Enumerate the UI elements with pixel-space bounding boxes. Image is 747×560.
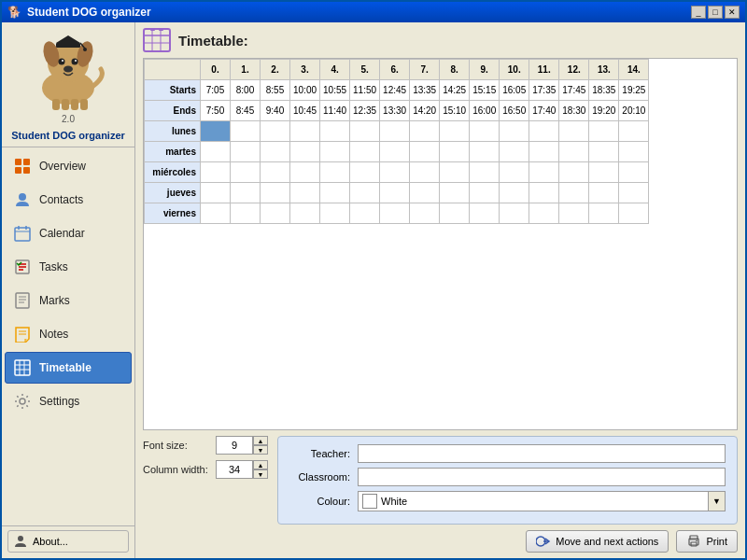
maximize-button[interactable]: □ <box>708 6 723 19</box>
minimize-button[interactable]: _ <box>691 6 706 19</box>
cell-mier-13[interactable] <box>589 162 619 183</box>
sidebar-item-settings[interactable]: Settings <box>5 385 132 417</box>
cell-lunes-14[interactable] <box>619 121 649 142</box>
cell-martes-11[interactable] <box>529 142 559 162</box>
cell-martes-7[interactable] <box>410 142 440 162</box>
cell-juev-6[interactable] <box>380 183 410 203</box>
cell-juev-5[interactable] <box>350 183 380 203</box>
cell-martes-8[interactable] <box>440 142 470 162</box>
cell-vier-9[interactable] <box>470 203 500 224</box>
cell-juev-10[interactable] <box>500 183 529 203</box>
cell-vier-5[interactable] <box>350 203 380 224</box>
cell-juev-11[interactable] <box>529 183 559 203</box>
cell-mier-10[interactable] <box>500 162 529 183</box>
cell-mier-6[interactable] <box>380 162 410 183</box>
sidebar-item-contacts[interactable]: Contacts <box>5 184 132 216</box>
cell-juev-12[interactable] <box>559 183 589 203</box>
cell-mier-5[interactable] <box>350 162 380 183</box>
cell-juev-3[interactable] <box>290 183 320 203</box>
cell-martes-5[interactable] <box>350 142 380 162</box>
cell-martes-4[interactable] <box>320 142 350 162</box>
sidebar-item-notes[interactable]: Notes <box>5 318 132 350</box>
col-width-input[interactable] <box>216 460 253 479</box>
font-size-down-button[interactable]: ▼ <box>253 445 268 455</box>
sidebar-item-calendar[interactable]: Calendar <box>5 217 132 249</box>
cell-juev-7[interactable] <box>410 183 440 203</box>
font-size-input[interactable] <box>216 436 253 455</box>
timetable-container[interactable]: 0. 1. 2. 3. 4. 5. 6. 7. 8. 9. 10. 11. <box>143 58 738 430</box>
cell-juev-8[interactable] <box>440 183 470 203</box>
cell-lunes-0[interactable] <box>201 121 231 142</box>
cell-lunes-3[interactable] <box>290 121 320 142</box>
sidebar-item-overview[interactable]: Overview <box>5 150 132 182</box>
cell-martes-2[interactable] <box>261 142 290 162</box>
cell-vier-13[interactable] <box>589 203 619 224</box>
cell-juev-2[interactable] <box>261 183 290 203</box>
cell-martes-14[interactable] <box>619 142 649 162</box>
cell-martes-1[interactable] <box>231 142 261 162</box>
cell-lunes-8[interactable] <box>440 121 470 142</box>
move-next-button[interactable]: Move and next actions <box>526 530 669 553</box>
cell-lunes-10[interactable] <box>500 121 529 142</box>
cell-mier-0[interactable] <box>201 162 231 183</box>
cell-lunes-5[interactable] <box>350 121 380 142</box>
cell-mier-8[interactable] <box>440 162 470 183</box>
cell-vier-0[interactable] <box>201 203 231 224</box>
cell-juev-14[interactable] <box>619 183 649 203</box>
classroom-input[interactable] <box>358 468 726 486</box>
cell-juev-0[interactable] <box>201 183 231 203</box>
sidebar-item-timetable[interactable]: Timetable <box>5 352 132 384</box>
font-size-spinner[interactable]: ▲ ▼ <box>216 436 268 455</box>
cell-lunes-11[interactable] <box>529 121 559 142</box>
cell-vier-10[interactable] <box>500 203 529 224</box>
font-size-up-button[interactable]: ▲ <box>253 436 268 445</box>
colour-dropdown[interactable]: White ▼ <box>358 491 726 511</box>
cell-martes-6[interactable] <box>380 142 410 162</box>
cell-lunes-12[interactable] <box>559 121 589 142</box>
about-button[interactable]: About... <box>7 530 129 553</box>
col-width-up-button[interactable]: ▲ <box>253 460 268 469</box>
cell-lunes-4[interactable] <box>320 121 350 142</box>
cell-juev-1[interactable] <box>231 183 261 203</box>
teacher-input[interactable] <box>358 444 726 463</box>
cell-mier-2[interactable] <box>261 162 290 183</box>
cell-vier-4[interactable] <box>320 203 350 224</box>
cell-mier-9[interactable] <box>470 162 500 183</box>
cell-lunes-13[interactable] <box>589 121 619 142</box>
cell-vier-11[interactable] <box>529 203 559 224</box>
cell-mier-12[interactable] <box>559 162 589 183</box>
col-width-down-button[interactable]: ▼ <box>253 469 268 479</box>
cell-mier-14[interactable] <box>619 162 649 183</box>
cell-vier-2[interactable] <box>261 203 290 224</box>
cell-mier-7[interactable] <box>410 162 440 183</box>
cell-mier-1[interactable] <box>231 162 261 183</box>
cell-lunes-6[interactable] <box>380 121 410 142</box>
cell-vier-6[interactable] <box>380 203 410 224</box>
cell-juev-9[interactable] <box>470 183 500 203</box>
cell-juev-4[interactable] <box>320 183 350 203</box>
cell-martes-0[interactable] <box>201 142 231 162</box>
cell-martes-13[interactable] <box>589 142 619 162</box>
cell-vier-1[interactable] <box>231 203 261 224</box>
print-button[interactable]: Print <box>676 530 738 553</box>
cell-martes-12[interactable] <box>559 142 589 162</box>
cell-vier-3[interactable] <box>290 203 320 224</box>
sidebar-item-tasks[interactable]: Tasks <box>5 251 132 283</box>
cell-vier-8[interactable] <box>440 203 470 224</box>
sidebar-item-marks[interactable]: Marks <box>5 285 132 316</box>
cell-lunes-2[interactable] <box>261 121 290 142</box>
cell-martes-9[interactable] <box>470 142 500 162</box>
cell-lunes-9[interactable] <box>470 121 500 142</box>
col-width-spinner[interactable]: ▲ ▼ <box>216 460 268 479</box>
cell-martes-3[interactable] <box>290 142 320 162</box>
cell-juev-13[interactable] <box>589 183 619 203</box>
cell-lunes-1[interactable] <box>231 121 261 142</box>
cell-martes-10[interactable] <box>500 142 529 162</box>
cell-mier-3[interactable] <box>290 162 320 183</box>
cell-lunes-7[interactable] <box>410 121 440 142</box>
colour-dropdown-arrow[interactable]: ▼ <box>708 492 725 511</box>
cell-vier-7[interactable] <box>410 203 440 224</box>
close-button[interactable]: ✕ <box>725 6 740 19</box>
cell-vier-14[interactable] <box>619 203 649 224</box>
cell-mier-11[interactable] <box>529 162 559 183</box>
